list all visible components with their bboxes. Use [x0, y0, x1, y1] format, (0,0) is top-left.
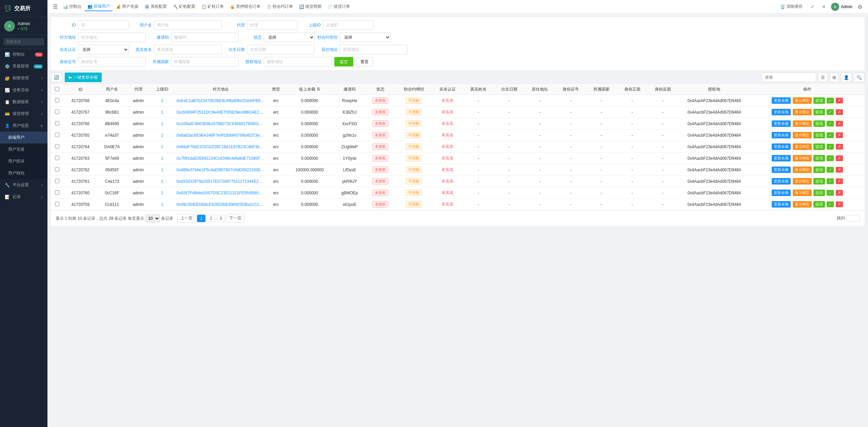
- edit-button[interactable]: ✓: [827, 190, 834, 196]
- goto-page-input[interactable]: [846, 215, 860, 222]
- menu-toggle-button[interactable]: ☰: [51, 3, 60, 10]
- topbar-item-system-config[interactable]: ⚙️ 系统配置: [142, 2, 170, 11]
- sidebar-item-frontend-user[interactable]: 前端用户: [0, 132, 47, 143]
- cell-counterparty[interactable]: 0x9267Fdfbfed1607D5C23521321FE5fc6560cC1…: [174, 187, 267, 199]
- delete-button[interactable]: ✗: [836, 155, 843, 161]
- row-checkbox[interactable]: [55, 202, 59, 206]
- topbar-item-miner-orders[interactable]: 📋 矿机订单: [199, 2, 226, 11]
- edit-button[interactable]: ✓: [827, 201, 834, 207]
- page-1-button[interactable]: 1: [197, 215, 205, 222]
- cell-parent-id[interactable]: 1: [150, 118, 175, 130]
- sidebar-item-business[interactable]: 📈 业务活动 ›: [0, 84, 47, 96]
- row-checkbox[interactable]: [55, 110, 59, 114]
- show-bind-button[interactable]: 显示绑定: [793, 132, 812, 138]
- cell-counterparty[interactable]: 0xcb0894F2531DC9e4dE7f35829ecd86D4E296c6…: [174, 106, 267, 118]
- table-view-list-button[interactable]: ☰: [818, 73, 828, 82]
- table-view-grid-button[interactable]: ⊞: [830, 73, 839, 82]
- edit-button[interactable]: ✓: [827, 98, 834, 103]
- withdraw-button[interactable]: 提现: [813, 97, 825, 104]
- delete-button[interactable]: ✗: [836, 167, 843, 173]
- update-balance-row-button[interactable]: 更新余额: [772, 190, 791, 196]
- filter-input-residence[interactable]: [340, 45, 408, 54]
- show-bind-button[interactable]: 显示绑定: [793, 143, 812, 150]
- cell-counterparty[interactable]: 0x69aF76d2102Cb2D8C18d1E67B23C4bF3b8DA0E…: [174, 141, 267, 153]
- topbar-item-pledge-orders[interactable]: 🔒 质押锁仓订单: [227, 2, 263, 11]
- filter-input-invite-code[interactable]: [171, 33, 239, 42]
- delete-button[interactable]: ✗: [836, 201, 843, 207]
- update-balance-row-button[interactable]: 更新余额: [772, 155, 791, 161]
- clear-cache-button[interactable]: 🗑️ 清除缓存: [777, 3, 805, 11]
- filter-input-agent[interactable]: [247, 20, 298, 30]
- next-page-button[interactable]: 下一页: [226, 214, 244, 222]
- update-balance-button[interactable]: ▶ 一键更新余额: [65, 73, 102, 82]
- topbar-item-dashboard[interactable]: 📊 控制台: [60, 2, 84, 11]
- topbar-item-loan-orders[interactable]: 📄 借贷订单: [325, 2, 353, 11]
- delete-button[interactable]: ✗: [836, 144, 843, 150]
- delete-button[interactable]: ✗: [836, 98, 843, 103]
- filter-input-username[interactable]: [154, 20, 222, 30]
- cell-counterparty[interactable]: 0x7f8f1daE05891234Cc6346c44fa8dE71085F7e…: [174, 153, 267, 164]
- delete-button[interactable]: ✗: [836, 121, 843, 127]
- page-2-button[interactable]: 2: [207, 215, 215, 222]
- filter-input-auth-address[interactable]: [264, 57, 332, 66]
- sidebar-item-user-wallet[interactable]: 用户钱包: [0, 167, 47, 179]
- filter-input-parent-id[interactable]: [323, 20, 374, 30]
- update-balance-row-button[interactable]: 更新余额: [772, 120, 791, 127]
- edit-button[interactable]: ✓: [827, 178, 834, 184]
- show-bind-button[interactable]: 显示绑定: [793, 167, 812, 173]
- edit-button[interactable]: ✓: [827, 155, 834, 161]
- show-bind-button[interactable]: 显示绑定: [793, 97, 812, 104]
- cell-parent-id[interactable]: 1: [150, 141, 175, 153]
- cell-parent-id[interactable]: 1: [150, 199, 175, 210]
- show-bind-button[interactable]: 显示绑定: [793, 155, 812, 161]
- row-checkbox[interactable]: [55, 179, 59, 183]
- edit-button[interactable]: ✓: [827, 132, 834, 138]
- show-bind-button[interactable]: 显示绑定: [793, 201, 812, 208]
- withdraw-button[interactable]: 提现: [813, 178, 825, 185]
- edit-button[interactable]: ✓: [827, 144, 834, 150]
- edit-button[interactable]: ✓: [827, 109, 834, 115]
- expand-button[interactable]: ⤢: [808, 3, 817, 10]
- cell-counterparty[interactable]: 0xEeC1aB7b2347952BE9c4f8aBBe32dd4FB94E0c…: [174, 95, 267, 106]
- delete-button[interactable]: ✗: [836, 178, 843, 184]
- row-checkbox[interactable]: [55, 121, 59, 125]
- submit-button[interactable]: 提交: [334, 57, 353, 66]
- topbar-item-seconds-orders[interactable]: ⏱️ 秒合约订单: [264, 2, 296, 11]
- filter-input-counterparty[interactable]: [78, 33, 146, 42]
- sidebar-item-data-report[interactable]: 📋 数据报表 ›: [0, 96, 47, 108]
- edit-button[interactable]: ✓: [827, 121, 834, 127]
- row-checkbox[interactable]: [55, 133, 59, 137]
- sidebar-item-platform-settings[interactable]: 🔧 平台设置 ›: [0, 179, 47, 191]
- update-balance-row-button[interactable]: 更新余额: [772, 178, 791, 185]
- topbar-item-loan-period[interactable]: 🔄 借贷周期: [296, 2, 324, 11]
- row-checkbox[interactable]: [55, 190, 59, 195]
- reset-button[interactable]: 重置: [356, 57, 373, 66]
- filter-input-id-number[interactable]: [78, 57, 146, 66]
- sidebar-item-permission[interactable]: 🔐 权限管理 ›: [0, 72, 47, 84]
- withdraw-button[interactable]: 提现: [813, 155, 825, 161]
- sidebar-search-input[interactable]: [3, 38, 44, 45]
- delete-button[interactable]: ✗: [836, 190, 843, 196]
- cell-parent-id[interactable]: 1: [150, 176, 175, 187]
- withdraw-button[interactable]: 提现: [813, 201, 825, 208]
- page-3-button[interactable]: 3: [217, 215, 225, 222]
- table-search-input[interactable]: [762, 73, 816, 82]
- cell-counterparty[interactable]: 0x48Be37bbe1F5c4aEf807607c0dD09221500545…: [174, 164, 267, 176]
- update-balance-row-button[interactable]: 更新余额: [772, 201, 791, 208]
- refresh-button[interactable]: 🔄: [51, 73, 62, 82]
- cell-parent-id[interactable]: 1: [150, 95, 175, 106]
- select-all-checkbox[interactable]: [55, 87, 59, 91]
- update-balance-row-button[interactable]: 更新余额: [772, 143, 791, 150]
- row-checkbox[interactable]: [55, 144, 59, 149]
- cell-parent-id[interactable]: 1: [150, 187, 175, 199]
- filter-select-real-auth[interactable]: 选择 已实名 未实名: [78, 45, 129, 54]
- update-balance-row-button[interactable]: 更新余额: [772, 167, 791, 173]
- show-bind-button[interactable]: 显示绑定: [793, 120, 812, 127]
- sidebar-item-loan-mgmt[interactable]: 💳 借贷管理 ›: [0, 108, 47, 120]
- sidebar-item-user-complaint[interactable]: 用户投诉: [0, 155, 47, 167]
- update-balance-row-button[interactable]: 更新余额: [772, 109, 791, 115]
- update-balance-row-button[interactable]: 更新余额: [772, 132, 791, 138]
- cell-parent-id[interactable]: 1: [150, 164, 175, 176]
- cell-counterparty[interactable]: 0xd33432979a20517E0739977b11271344E2C4e1…: [174, 176, 267, 187]
- table-search-button[interactable]: 🔍: [854, 73, 865, 82]
